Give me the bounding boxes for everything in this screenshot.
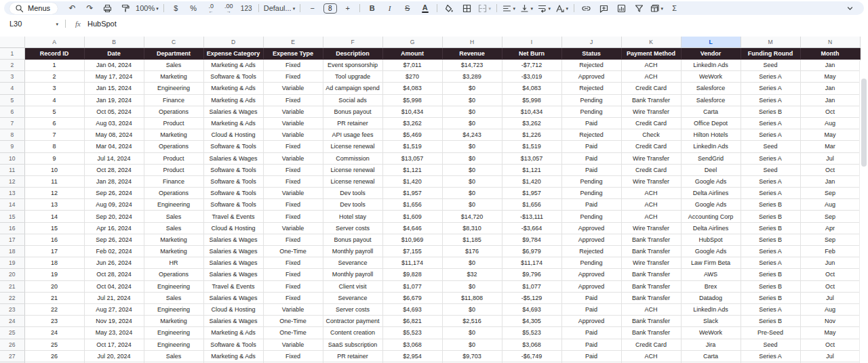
cell[interactable]: Paid [561, 327, 621, 339]
cell[interactable]: $32 [442, 269, 502, 280]
cell[interactable]: WeWork [681, 327, 741, 339]
cell[interactable]: Monthly payroll [323, 246, 382, 257]
cell[interactable]: Carta [681, 350, 741, 362]
cell[interactable]: Salaries & Wages [203, 269, 263, 280]
header-cell[interactable]: Description [323, 48, 382, 60]
cell[interactable]: $5,469 [382, 129, 442, 141]
cell[interactable]: Credit Card [621, 339, 681, 350]
cell[interactable]: ACH [621, 350, 681, 362]
cell[interactable]: $1,656 [382, 199, 442, 211]
column-header-l[interactable]: L [681, 37, 741, 48]
header-cell[interactable]: Amount [382, 48, 442, 60]
cell[interactable]: $0 [442, 280, 502, 292]
cell[interactable]: Fixed [263, 211, 323, 222]
cell[interactable]: Paid [561, 141, 621, 152]
cell[interactable]: Brex [681, 280, 741, 292]
header-cell[interactable]: Record ID [24, 48, 84, 60]
cell[interactable]: Jul 14, 2024 [84, 152, 144, 164]
cell[interactable]: $14,723 [442, 60, 502, 71]
row-header-14[interactable]: 14 [0, 199, 24, 211]
cell[interactable]: Series B [741, 269, 800, 280]
menus-button[interactable]: Menus [9, 3, 58, 14]
cell[interactable]: Marketing [144, 129, 203, 141]
cell[interactable]: Nov 19, 2024 [84, 316, 144, 327]
cell[interactable]: HR [144, 257, 203, 269]
cell[interactable]: Feb [800, 246, 860, 257]
cell[interactable]: Approved [561, 316, 621, 327]
cell[interactable]: 16 [24, 234, 84, 245]
cell[interactable]: $13,057 [502, 152, 561, 164]
cell[interactable]: Dev tools [323, 199, 382, 211]
header-cell[interactable]: Expense Type [263, 48, 323, 60]
cell[interactable]: Rejected [561, 83, 621, 94]
cell[interactable]: Marketing & Ads [203, 117, 263, 129]
cell[interactable]: -$13,111 [502, 211, 561, 222]
vertical-align-button[interactable]: ▾ [518, 3, 535, 14]
cell[interactable]: $0 [442, 141, 502, 152]
cell[interactable]: Jun [800, 257, 860, 269]
cell[interactable]: Pending [561, 257, 621, 269]
cell[interactable]: 7 [24, 129, 84, 141]
cell[interactable]: Finance [144, 94, 203, 106]
cell[interactable]: $11,174 [502, 257, 561, 269]
cell[interactable]: Series A [741, 83, 800, 94]
cell[interactable]: $5,998 [382, 94, 442, 106]
cell[interactable]: $1,519 [502, 141, 561, 152]
cell[interactable]: Google Ads [681, 246, 741, 257]
cell[interactable]: Wire Transfer [621, 257, 681, 269]
cell[interactable]: Sep 20, 2024 [84, 211, 144, 222]
cell[interactable]: Salaries & Wages [203, 106, 263, 117]
cell[interactable]: Engineering [144, 339, 203, 350]
cell[interactable]: Bank Transfer [621, 327, 681, 339]
cell[interactable]: Finance [144, 175, 203, 187]
cell[interactable]: $270 [382, 71, 442, 83]
cell[interactable]: $9,703 [442, 350, 502, 362]
cell[interactable]: $10,434 [502, 106, 561, 117]
cell[interactable]: $4,243 [442, 129, 502, 141]
cell[interactable]: Client visit [323, 280, 382, 292]
cell[interactable]: Deel [681, 164, 741, 175]
cell[interactable]: Social ads [323, 94, 382, 106]
cell[interactable]: Series A [741, 71, 800, 83]
cell[interactable]: ACH [621, 211, 681, 222]
row-header-17[interactable]: 17 [0, 234, 24, 245]
cell[interactable]: $0 [442, 303, 502, 315]
cell[interactable]: Pending [561, 94, 621, 106]
cell[interactable]: Rejected [561, 246, 621, 257]
cell[interactable]: Oct [800, 106, 860, 117]
row-header-25[interactable]: 25 [0, 327, 24, 339]
header-cell[interactable]: Status [561, 48, 621, 60]
cell[interactable]: $2,954 [382, 350, 442, 362]
cell[interactable]: May 23, 2024 [84, 327, 144, 339]
cell[interactable]: $1,121 [382, 164, 442, 175]
cell[interactable]: Marketing [144, 234, 203, 245]
cell[interactable]: Jan [800, 175, 860, 187]
cell[interactable]: Series A [741, 175, 800, 187]
cell[interactable]: Fixed [263, 269, 323, 280]
cell[interactable]: Operations [144, 141, 203, 152]
cell[interactable]: Salaries & Wages [203, 257, 263, 269]
cell[interactable]: May 08, 2024 [84, 129, 144, 141]
cell[interactable]: Sales [144, 60, 203, 71]
cell[interactable]: Jul [800, 350, 860, 362]
row-header-22[interactable]: 22 [0, 292, 24, 303]
cell[interactable]: May [800, 129, 860, 141]
cell[interactable]: Aug [800, 117, 860, 129]
currency-format-button[interactable]: $ [167, 3, 184, 14]
cell[interactable]: $0 [442, 117, 502, 129]
cell[interactable]: $13,057 [382, 152, 442, 164]
cell[interactable]: $0 [442, 152, 502, 164]
cell[interactable]: Event sponsorship [323, 60, 382, 71]
cell[interactable]: $6,821 [382, 316, 442, 327]
cell[interactable]: Engineering [144, 280, 203, 292]
row-header-20[interactable]: 20 [0, 269, 24, 280]
column-header-g[interactable]: G [382, 37, 442, 48]
cell[interactable]: Series B [741, 211, 800, 222]
cell[interactable]: Pending [561, 188, 621, 199]
cell[interactable]: Product [144, 117, 203, 129]
cell[interactable]: $9,784 [502, 234, 561, 245]
formula-input-value[interactable]: HubSpot [87, 20, 117, 28]
cell[interactable]: $4,083 [382, 83, 442, 94]
undo-button[interactable]: ↶ [64, 3, 81, 14]
cell[interactable]: Series B [741, 222, 800, 234]
